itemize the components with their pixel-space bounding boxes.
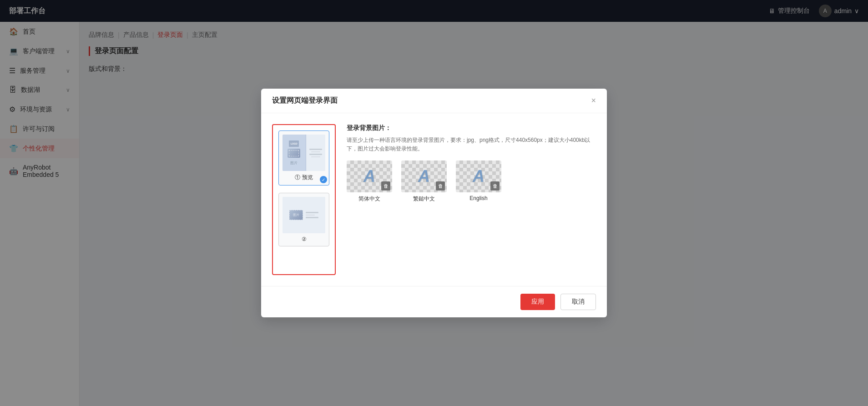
dialog-header: 设置网页端登录界面 ×: [261, 89, 607, 113]
dialog-close-button[interactable]: ×: [591, 96, 596, 105]
mock-line: [309, 149, 322, 150]
delete-traditional-chinese-button[interactable]: 🗑: [436, 181, 445, 190]
bg-section-title: 登录背景图片：: [347, 124, 596, 132]
image-item-english: A 🗑 English: [456, 160, 501, 203]
dialog: 设置网页端登录界面 × LOGO 图片: [261, 89, 607, 317]
delete-english-button[interactable]: 🗑: [490, 181, 500, 190]
layout-selector-panel: LOGO 图片 ✓: [272, 124, 336, 275]
mock-right-panel: [306, 135, 325, 171]
image-thumb-traditional-chinese: A 🗑: [401, 160, 447, 192]
bg-image-panel: 登录背景图片： 请至少上传一种语言环境的登录背景图片，要求：jpg、png格式，…: [347, 124, 596, 275]
dialog-title: 设置网页端登录界面: [272, 96, 338, 105]
image-thumb-english: A 🗑: [456, 160, 501, 192]
image-preview-a: A: [473, 167, 484, 186]
mock-line: [309, 154, 322, 155]
apply-button[interactable]: 应用: [520, 294, 555, 310]
mock-line-sm: [311, 151, 321, 152]
layout-preview-2: 图片: [283, 197, 325, 233]
mock-logo: LOGO: [289, 140, 299, 147]
cancel-button[interactable]: 取消: [560, 294, 596, 310]
layout-option-1-label: ① 预览: [283, 174, 325, 181]
layout-preview-1: LOGO 图片: [283, 135, 325, 171]
image-thumb-simplified-chinese: A 🗑: [347, 160, 392, 192]
mock-left-panel: LOGO 图片: [283, 135, 306, 171]
image-item-traditional-chinese: A 🗑 繁鎚中文: [401, 160, 447, 203]
layout-option-1[interactable]: LOGO 图片 ✓: [278, 130, 329, 185]
image-list: A 🗑 简体中文 A 🗑: [347, 160, 596, 203]
bg-description: 请至少上传一种语言环境的登录背景图片，要求：jpg、png格式，尺寸440x56…: [347, 136, 596, 153]
image-item-simplified-chinese: A 🗑 简体中文: [347, 160, 392, 203]
dialog-footer: 应用 取消: [261, 286, 607, 317]
dialog-overlay: 设置网页端登录界面 × LOGO 图片: [0, 0, 868, 406]
image-lang-simplified-chinese: 简体中文: [358, 195, 380, 203]
image-preview-a: A: [363, 167, 375, 186]
layout-option-2-label: ②: [283, 236, 325, 242]
check-icon: ✓: [320, 176, 327, 183]
image-lang-traditional-chinese: 繁鎚中文: [413, 195, 435, 203]
mock-image: [288, 149, 300, 158]
layout-option-2[interactable]: 图片 ②: [278, 193, 329, 246]
mock-line-sm: [311, 156, 321, 157]
dialog-body: LOGO 图片 ✓: [261, 113, 607, 286]
image-preview-a: A: [418, 167, 430, 186]
image-lang-english: English: [469, 195, 487, 201]
delete-simplified-chinese-button[interactable]: 🗑: [381, 181, 390, 190]
